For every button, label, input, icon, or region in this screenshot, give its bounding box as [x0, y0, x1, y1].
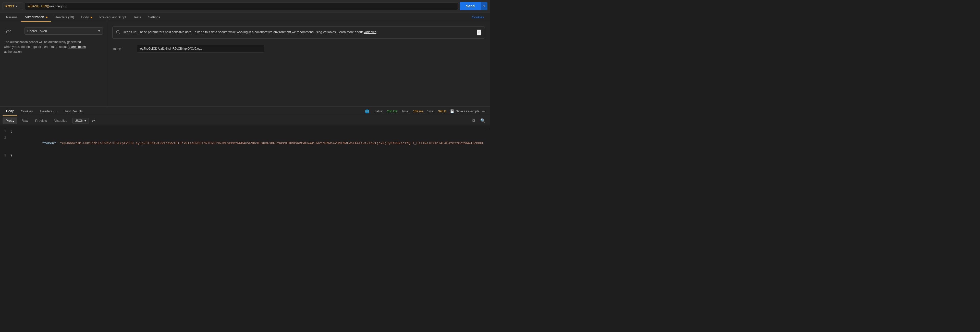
token-label: Token	[112, 47, 133, 51]
line-num-2: 2	[0, 135, 10, 141]
code-scroll: 1 { 2 "token": "eyJhbGciOiJJUzI1NiIsInR5…	[0, 125, 484, 161]
send-button-group: Send ▾	[460, 2, 487, 10]
format-tab-visualize[interactable]: Visualize	[51, 117, 70, 124]
response-section: Body Cookies Headers (8) Test Results 🌐 …	[0, 106, 490, 161]
type-chevron: ▾	[98, 29, 100, 33]
tab-headers[interactable]: Headers (10)	[51, 13, 78, 22]
request-tabs-row: Params Authorization Headers (10) Body P…	[0, 13, 490, 22]
save-icon: 💾	[450, 109, 454, 113]
size-label: Size:	[427, 109, 434, 113]
response-tab-headers[interactable]: Headers (8)	[37, 107, 61, 116]
method-chevron: ▾	[16, 5, 17, 8]
response-tabs-row: Body Cookies Headers (8) Test Results 🌐 …	[0, 106, 490, 116]
tab-body[interactable]: Body	[78, 13, 96, 22]
variables-link[interactable]: variables	[364, 30, 376, 34]
type-label: Type	[4, 29, 24, 33]
cookies-link[interactable]: Cookies	[468, 13, 487, 22]
code-line-2: 2 "token": "eyJhbGciOiJJUzI1NiIsInR5cCI6…	[0, 134, 484, 152]
info-banner: ⓘ Heads up! These parameters hold sensit…	[112, 26, 485, 39]
url-bar: POST ▾ {{BASE_URI}}/auth/signup Send ▾	[0, 0, 490, 13]
save-example-button[interactable]: 💾 Save as example	[450, 109, 479, 113]
format-tab-preview[interactable]: Preview	[32, 117, 50, 124]
close-banner-button[interactable]: ✕	[477, 30, 481, 35]
send-arrow-button[interactable]: ▾	[481, 2, 487, 10]
response-tab-cookies[interactable]: Cookies	[18, 107, 37, 116]
meta-actions: 💾 Save as example ···	[450, 109, 485, 113]
type-row: Type Bearer Token ▾	[4, 27, 103, 35]
search-response-button[interactable]: 🔍	[478, 117, 487, 124]
tab-authorization[interactable]: Authorization	[21, 13, 51, 22]
time-label: Time:	[401, 109, 409, 113]
code-line-1: 1 {	[0, 128, 484, 134]
format-chevron: ▾	[84, 119, 86, 123]
body-dot	[91, 17, 92, 18]
auth-right-panel: ⓘ Heads up! These parameters hold sensit…	[107, 22, 490, 106]
url-input[interactable]: {{BASE_URI}}/auth/signup	[25, 2, 458, 10]
line-num-3: 3	[0, 153, 10, 158]
response-tab-test-results[interactable]: Test Results	[61, 107, 86, 116]
info-banner-text: Heads up! These parameters hold sensitiv…	[123, 30, 474, 35]
authorization-dot	[46, 17, 48, 18]
line-content-3: }	[10, 153, 484, 158]
info-icon: ⓘ	[116, 30, 120, 35]
send-button[interactable]: Send	[460, 2, 481, 10]
more-options-button[interactable]: ···	[482, 109, 485, 113]
format-tab-raw[interactable]: Raw	[18, 117, 31, 124]
time-value: 109 ms	[413, 109, 423, 113]
type-select[interactable]: Bearer Token ▾	[24, 27, 103, 35]
auth-left-panel: Type Bearer Token ▾ The authorization he…	[0, 22, 107, 106]
status-value: 200 OK	[387, 109, 398, 113]
filter-button[interactable]: ⇌	[90, 117, 97, 124]
code-area-wrapper: 1 { 2 "token": "eyJhbGciOiJJUzI1NiIsInR5…	[0, 125, 490, 161]
code-line-3: 3 }	[0, 152, 484, 159]
format-select[interactable]: JSON ▾	[73, 118, 89, 124]
method-select[interactable]: POST ▾	[3, 3, 23, 10]
minimize-button[interactable]: —	[485, 127, 488, 131]
line-num-1: 1	[0, 128, 10, 134]
tab-pre-request[interactable]: Pre-request Script	[96, 13, 130, 22]
format-tabs-row: Pretty Raw Preview Visualize JSON ▾ ⇌ ⧉ …	[0, 116, 490, 125]
auth-content: Type Bearer Token ▾ The authorization he…	[0, 22, 490, 106]
tab-tests[interactable]: Tests	[130, 13, 145, 22]
size-value: 396 B	[438, 109, 446, 113]
response-tab-body[interactable]: Body	[3, 106, 18, 116]
url-prefix: {{BASE_URI}}	[28, 4, 49, 8]
auth-description: The authorization header will be automat…	[4, 40, 103, 55]
format-tab-pretty[interactable]: Pretty	[3, 117, 18, 124]
status-label: Status:	[373, 109, 383, 113]
side-controls: —	[484, 125, 490, 161]
line-content-1: {	[10, 128, 484, 134]
bearer-token-link[interactable]: Bearer Token	[68, 45, 86, 49]
code-area: 1 { 2 "token": "eyJhbGciOiJJUzI1NiIsInR5…	[0, 125, 484, 161]
url-suffix: /auth/signup	[49, 4, 67, 8]
token-input[interactable]	[137, 45, 264, 52]
line-content-2: "token": "eyJhbGciOiJJUzI1NiIsInR5cCI6Ik…	[10, 135, 484, 152]
token-row: Token	[112, 45, 485, 52]
response-meta: 🌐 Status: 200 OK Time: 109 ms Size: 396 …	[363, 109, 487, 113]
tab-params[interactable]: Params	[3, 13, 21, 22]
copy-response-button[interactable]: ⧉	[470, 117, 477, 124]
globe-icon: 🌐	[365, 109, 369, 113]
tab-settings[interactable]: Settings	[145, 13, 164, 22]
method-label: POST	[5, 4, 14, 8]
